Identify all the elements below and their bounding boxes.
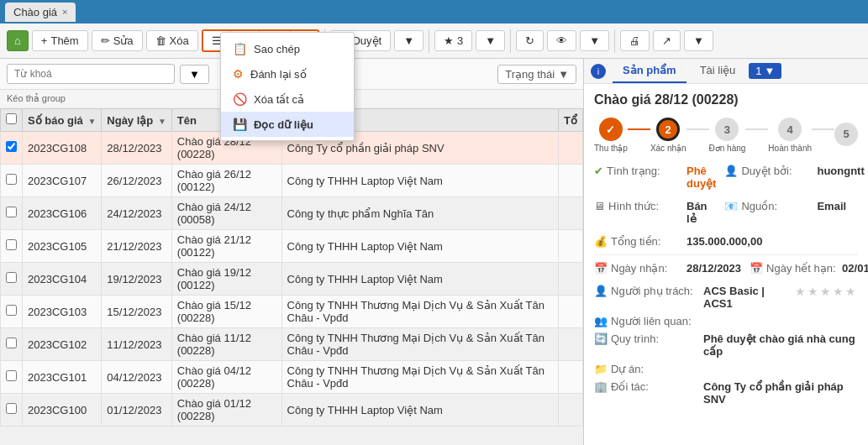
row-partner: Công ty thực phẩm Nghĩa Tân [281, 197, 558, 230]
tinh-trang-row: ✔ Tình trạng: Phê duyệt [594, 165, 716, 190]
row-checkbox[interactable] [6, 305, 17, 316]
right-tabs: i Sản phẩm Tài liệu 1 ▼ [584, 59, 868, 84]
refresh-icon: ↻ [525, 34, 534, 47]
row-group [559, 165, 583, 197]
row-checkbox-cell [1, 328, 23, 361]
step-circle-5[interactable]: 5 [834, 123, 858, 146]
row-partner: Công ty TNHH Thương Mại Dịch Vụ & Sản Xu… [281, 361, 558, 394]
print-button[interactable]: 🖨 [620, 30, 650, 51]
star-chevron-button[interactable]: ▼ [476, 30, 505, 51]
row-group [559, 394, 583, 427]
row-checkbox[interactable] [6, 239, 17, 250]
money-icon: 💰 [594, 235, 608, 248]
status-select[interactable]: Trạng thái ▼ [497, 65, 576, 84]
nguoi-lien-quan-label: 👥 Người liên quan: [594, 315, 703, 327]
table-row[interactable]: 2023CG101 04/12/2023 Chào giá 04/12 (002… [1, 361, 583, 394]
du-an-label: 📁 Dự án: [594, 363, 703, 375]
table-row[interactable]: 2023CG106 24/12/2023 Chào giá 24/12 (000… [1, 197, 583, 230]
row-id: 2023CG108 [23, 132, 102, 165]
col-so-bao-gia: Số báo giá ▼ [23, 109, 102, 132]
dropdown-item-copy[interactable]: 📋 Sao chép [221, 36, 354, 61]
filter-so-bao-gia-icon[interactable]: ▼ [87, 117, 96, 126]
ngay-nhan-value: 28/12/2023 [687, 262, 741, 275]
doi-tac-row: 🏢 Đối tác: Công Ty cổ phần giải pháp SNV [594, 380, 858, 406]
chevron-down-icon5: ▼ [589, 34, 600, 47]
share-button[interactable]: ↗ [653, 30, 681, 51]
delete-label: Xóa [170, 34, 189, 47]
table-wrapper[interactable]: Số báo giá ▼ Ngày lập ▼ Tên Đối tác ▼ Tổ [0, 108, 583, 445]
edit-label: Sửa [113, 34, 134, 47]
row-checkbox-cell [1, 132, 23, 165]
star-button[interactable]: ★ 3 [434, 30, 472, 51]
row-group [559, 328, 583, 361]
toolbar: ⌂ + Thêm ✏ Sửa 🗑 Xóa ☰ ▼ 🔗 ▼ ✔ Duyệt ▼ [0, 24, 868, 59]
step-circle-2[interactable]: 2 [656, 118, 680, 141]
table-row[interactable]: 2023CG102 11/12/2023 Chào giá 11/12 (002… [1, 328, 583, 361]
approve-chevron-button[interactable]: ▼ [394, 30, 423, 51]
tab-tai-lieu[interactable]: Tài liệu [690, 59, 746, 83]
edit-button[interactable]: ✏ Sửa [92, 30, 143, 51]
row-checkbox[interactable] [6, 174, 17, 185]
tab-san-pham[interactable]: Sản phẩm [613, 59, 687, 83]
step-line-3 [745, 128, 768, 130]
delete-button[interactable]: 🗑 Xóa [146, 30, 198, 51]
tong-tien-row: 💰 Tổng tiền: 135.000.000,00 [594, 235, 858, 248]
separator4 [614, 29, 615, 53]
row-checkbox-cell [1, 296, 23, 328]
data-table: Số báo giá ▼ Ngày lập ▼ Tên Đối tác ▼ Tổ [0, 108, 583, 427]
row-name: Chào giá 21/12 (00122) [171, 230, 281, 263]
row-partner: Công ty THHH Laptop Việt Nam [281, 263, 558, 296]
eye-chevron-button[interactable]: ▼ [580, 30, 609, 51]
step-circle-4[interactable]: 4 [778, 118, 802, 141]
row-name: Chào giá 04/12 (00228) [171, 361, 281, 394]
filter-ngay-lap-icon[interactable]: ▼ [158, 117, 166, 126]
chevron-down-icon4: ▼ [485, 34, 496, 47]
select-all-checkbox[interactable] [6, 113, 17, 124]
table-row[interactable]: 2023CG104 19/12/2023 Chào giá 19/12 (001… [1, 263, 583, 296]
add-button[interactable]: + Thêm [32, 30, 88, 51]
row-checkbox[interactable] [6, 207, 17, 217]
row-checkbox[interactable] [6, 141, 17, 152]
row-checkbox[interactable] [6, 338, 17, 348]
step-circle-3[interactable]: 3 [715, 118, 739, 141]
step-line-1 [628, 128, 650, 130]
row-checkbox[interactable] [6, 403, 17, 414]
filter-button[interactable]: ▼ [180, 65, 209, 84]
step-label-1: Thu thập [594, 144, 628, 153]
table-row[interactable]: 2023CG105 21/12/2023 Chào giá 21/12 (001… [1, 230, 583, 263]
flow-icon: 🔄 [594, 332, 608, 345]
hinh-thuc-value: Bán lẻ [687, 200, 716, 225]
row-checkbox[interactable] [6, 272, 17, 283]
row-name: Chào giá 11/12 (00228) [171, 328, 281, 361]
row-id: 2023CG101 [23, 361, 102, 394]
dropdown-item-delete-all[interactable]: 🚫 Xóa tất cả [221, 86, 354, 112]
home-button[interactable]: ⌂ [7, 30, 29, 51]
table-row[interactable]: 2023CG100 01/12/2023 Chào giá 01/12 (002… [1, 394, 583, 427]
dropdown-item-renumber[interactable]: ⚙ Đánh lại số [221, 61, 354, 86]
table-row[interactable]: 2023CG107 26/12/2023 Chào giá 26/12 (001… [1, 165, 583, 197]
ngay-het-han-row: 📅 Ngày hết hạn: 02/01/2024 [750, 262, 868, 275]
more-tabs-button[interactable]: 1 ▼ [749, 63, 781, 79]
step-label-4: Hoàn thành [768, 144, 812, 153]
tab-label: Chào giá [13, 6, 57, 18]
row-id: 2023CG100 [23, 394, 102, 427]
col-to: Tổ [559, 109, 583, 132]
calendar-icon: 📅 [594, 262, 608, 275]
copy-label: Sao chép [254, 43, 300, 55]
gear-icon: ⚙ [233, 67, 244, 81]
row-date: 11/12/2023 [102, 328, 171, 361]
eye-button[interactable]: 👁 [547, 30, 576, 51]
detail-grid: ✔ Tình trạng: Phê duyệt 👤 Duyệt bởi: huo… [594, 165, 858, 230]
main-tab[interactable]: Chào giá × [5, 3, 76, 22]
print-icon: 🖨 [629, 34, 640, 47]
detail-title: Chào giá 28/12 (00228) [594, 92, 858, 107]
close-icon[interactable]: × [62, 7, 67, 17]
table-row[interactable]: 2023CG103 15/12/2023 Chào giá 15/12 (002… [1, 296, 583, 328]
quy-trinh-label: 🔄 Quy trình: [594, 332, 703, 345]
row-checkbox[interactable] [6, 370, 17, 381]
share-chevron-button[interactable]: ▼ [684, 30, 713, 51]
dropdown-item-read-data[interactable]: 💾 Đọc dữ liệu [221, 112, 354, 137]
refresh-button[interactable]: ↻ [516, 30, 544, 51]
star-label: 3 [457, 34, 463, 47]
search-input[interactable] [7, 64, 175, 84]
